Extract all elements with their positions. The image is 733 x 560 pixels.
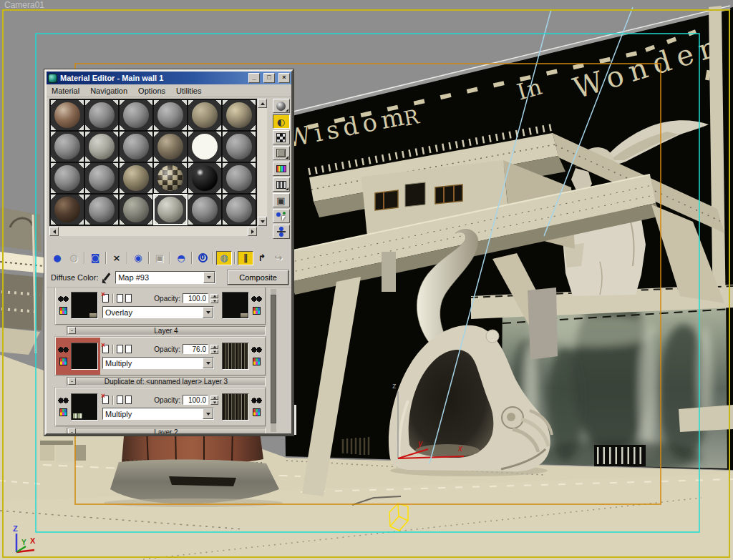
sample-slot-11-flat-white[interactable] <box>188 131 222 162</box>
sample-slot-12-gray[interactable] <box>222 131 256 162</box>
layer-rollup-header[interactable]: -Layer 4 <box>67 326 266 335</box>
put-material-to-scene-button[interactable]: ◍ <box>66 251 82 265</box>
sample-slot-21-gray-green[interactable] <box>119 194 153 225</box>
dropdown-arrow-button[interactable] <box>203 358 213 368</box>
sample-slot-2-gray[interactable] <box>84 99 119 131</box>
rollout-scrollbar[interactable] <box>271 289 276 432</box>
visibility-binoculars-icon[interactable] <box>251 398 262 404</box>
make-preview-button[interactable] <box>273 177 290 192</box>
video-color-check-button[interactable] <box>273 162 290 176</box>
menu-options[interactable]: Options <box>138 87 165 95</box>
menu-utilities[interactable]: Utilities <box>176 87 201 95</box>
sample-slot-24-gray[interactable] <box>222 194 256 225</box>
close-button[interactable]: × <box>278 73 290 83</box>
visibility-binoculars-icon[interactable] <box>251 347 262 353</box>
menu-material[interactable]: Material <box>52 87 79 95</box>
color-channels-icon[interactable] <box>59 358 67 365</box>
background-button[interactable] <box>273 130 290 144</box>
opacity-value-field[interactable]: 76.0 <box>183 344 208 354</box>
select-by-material-button[interactable] <box>273 209 290 223</box>
blend-mode-dropdown[interactable]: Multiply <box>102 357 214 369</box>
blend-mode-dropdown[interactable]: Overlay <box>102 306 214 318</box>
collapse-layer-button[interactable]: - <box>68 378 76 385</box>
layer-rollup-header[interactable]: -Layer 2 <box>67 428 266 433</box>
dropdown-arrow-button[interactable] <box>203 307 213 318</box>
visibility-binoculars-icon[interactable] <box>251 296 262 303</box>
rollout-scrollbar-thumb[interactable] <box>271 295 276 423</box>
material-editor-window[interactable]: Material Editor - Main wall 1 _ □ × Mate… <box>44 69 293 436</box>
delete-layer-icon[interactable] <box>102 345 109 353</box>
make-unique-button[interactable]: ▣ <box>152 251 168 265</box>
material-editor-titlebar[interactable]: Material Editor - Main wall 1 _ □ × <box>47 72 291 84</box>
sample-type-button[interactable] <box>273 99 290 113</box>
color-channels-icon[interactable] <box>59 408 67 416</box>
visibility-binoculars-icon[interactable] <box>58 398 69 404</box>
dropdown-arrow-button[interactable] <box>203 272 215 283</box>
menu-navigation[interactable]: Navigation <box>90 87 127 95</box>
color-channels-icon[interactable] <box>253 307 261 315</box>
go-to-parent-button[interactable]: ↱ <box>254 251 270 265</box>
visibility-binoculars-icon[interactable] <box>58 347 69 353</box>
duplicate-layer-icon[interactable] <box>125 345 132 353</box>
material-effects-channel-button[interactable]: 0 <box>195 251 210 265</box>
sample-slot-22-selected-current[interactable] <box>153 194 188 225</box>
color-channels-icon[interactable] <box>253 358 261 365</box>
sample-slot-8-light-textured[interactable] <box>84 131 119 162</box>
map-thumbnail-black-corner[interactable] <box>71 292 98 319</box>
sample-slot-7-gray[interactable] <box>50 131 84 162</box>
backlight-button[interactable]: ◐ <box>273 114 290 129</box>
put-to-library-button[interactable]: ◓ <box>173 251 189 265</box>
scroll-up-button[interactable] <box>258 99 267 108</box>
color-picker-icon[interactable] <box>102 272 112 283</box>
show-map-in-viewport-button[interactable]: ◍ <box>216 251 232 265</box>
sample-slot-18-gray[interactable] <box>222 162 256 194</box>
opacity-spinner[interactable] <box>210 396 218 405</box>
sample-slot-10-rock[interactable] <box>153 131 188 162</box>
layer-properties-icon[interactable] <box>117 396 123 404</box>
sample-slot-1-brown-marble[interactable] <box>50 99 84 131</box>
sample-slot-14-gray[interactable] <box>84 162 119 194</box>
sample-slot-13-gray[interactable] <box>50 162 84 194</box>
sample-vertical-scrollbar[interactable] <box>258 99 267 226</box>
get-material-button[interactable]: ● <box>49 251 65 265</box>
sample-slot-3-gray[interactable] <box>119 99 153 131</box>
map-thumbnail-black[interactable] <box>71 343 98 370</box>
make-material-copy-button[interactable]: ◉ <box>130 251 146 265</box>
opacity-value-field[interactable]: 100.0 <box>183 293 208 303</box>
scroll-down-button[interactable] <box>258 217 267 226</box>
sample-slot-6-tan-textured[interactable] <box>222 99 256 131</box>
sample-slot-23-gray[interactable] <box>188 194 222 225</box>
minimize-button[interactable]: _ <box>248 73 260 83</box>
composite-type-button[interactable]: Composite <box>228 270 288 285</box>
go-forward-to-sibling-button[interactable]: ↪ <box>271 251 286 265</box>
sample-slot-4-gray[interactable] <box>153 99 188 131</box>
layer-rollup-header[interactable]: -Duplicate of: <unnamed layer> Layer 3 <box>67 377 266 386</box>
map-selector-dropdown[interactable]: Map #93 <box>115 271 215 284</box>
sample-slot-20-gray[interactable] <box>84 194 119 225</box>
rusty-tower-base[interactable] <box>104 428 283 507</box>
map-thumbnail-stripes[interactable] <box>222 393 249 421</box>
sample-slot-17-glossy-black[interactable] <box>188 162 222 194</box>
sample-horizontal-scrollbar[interactable] <box>49 227 257 236</box>
sample-slot-15-marble-tan[interactable] <box>119 162 153 194</box>
material-map-navigator-button[interactable] <box>273 225 290 239</box>
scroll-right-button[interactable] <box>248 227 257 236</box>
map-thumbnail-black-corner[interactable] <box>222 292 249 319</box>
layer-properties-icon[interactable] <box>117 294 123 303</box>
delete-layer-icon[interactable] <box>102 294 109 303</box>
collapse-layer-button[interactable]: - <box>68 428 76 433</box>
visibility-binoculars-icon[interactable] <box>58 296 69 303</box>
3dsmax-camera-viewport[interactable]: Wisdom R In Wonder <box>0 0 733 560</box>
sample-slot-9-gray[interactable] <box>119 131 153 162</box>
blend-mode-dropdown[interactable]: Multiply <box>102 408 214 420</box>
sample-uv-tiling-button[interactable] <box>273 146 290 160</box>
dropdown-arrow-button[interactable] <box>203 408 213 419</box>
material-editor-options-button[interactable]: ▣ <box>273 193 290 207</box>
assign-material-to-selection-button[interactable]: ◙ <box>87 251 103 265</box>
opacity-value-field[interactable]: 100.0 <box>183 395 208 405</box>
scaffold-structure[interactable] <box>0 207 44 355</box>
show-end-result-button[interactable]: ‖ <box>238 251 253 265</box>
duplicate-layer-icon[interactable] <box>125 294 132 303</box>
map-thumbnail-black-green[interactable] <box>71 393 98 421</box>
delete-layer-icon[interactable] <box>102 396 109 404</box>
